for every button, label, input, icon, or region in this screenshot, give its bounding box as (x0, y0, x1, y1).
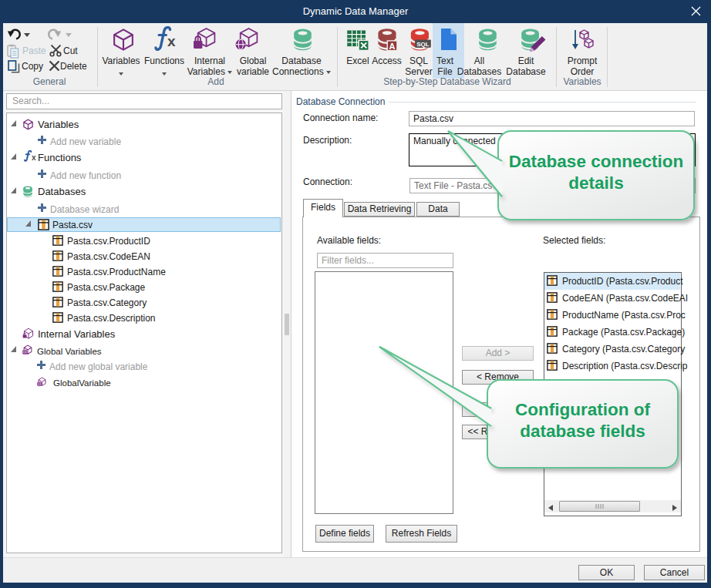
svg-text:SQL: SQL (416, 41, 430, 48)
svg-text:A: A (389, 42, 396, 51)
